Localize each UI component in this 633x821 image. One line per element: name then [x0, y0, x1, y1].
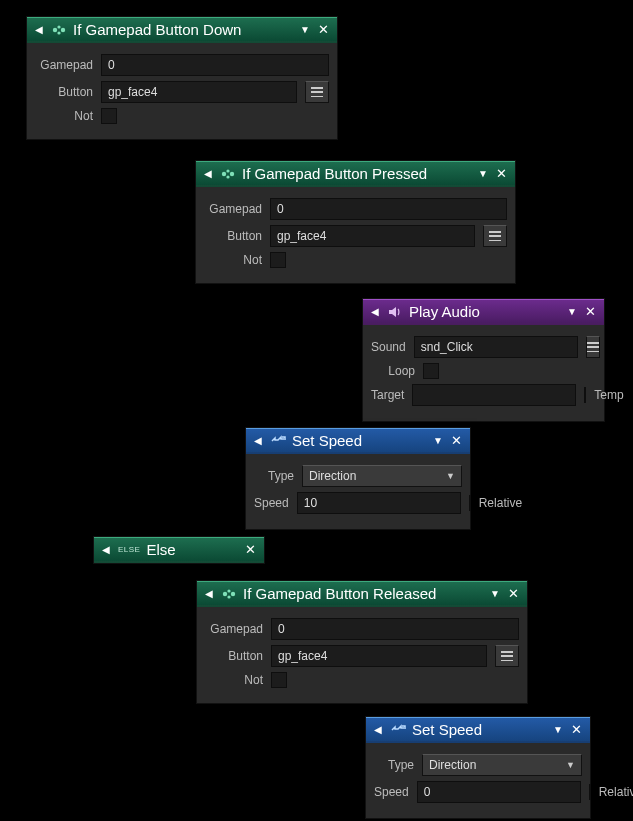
not-checkbox[interactable]: [101, 108, 117, 124]
node-title: If Gamepad Button Down: [73, 21, 294, 38]
speed-input[interactable]: [417, 781, 581, 803]
field-label-button: Button: [35, 85, 93, 99]
dropdown-icon[interactable]: ▼: [478, 168, 488, 179]
node-title: Else: [146, 541, 237, 558]
node-header[interactable]: ◀ If Gamepad Button Down ▼ ✕: [27, 17, 337, 43]
node-body: Type Direction ▼ Speed Relative: [366, 743, 590, 818]
collapse-toggle-icon[interactable]: ◀: [252, 435, 264, 446]
node-header[interactable]: ◀ Set Speed ▼ ✕: [366, 717, 590, 743]
dropdown-icon[interactable]: ▼: [553, 724, 563, 735]
field-label-button: Button: [204, 229, 262, 243]
svg-point-11: [227, 595, 230, 598]
list-picker-button[interactable]: [483, 225, 507, 247]
else-badge: ELSE: [118, 545, 140, 554]
close-icon[interactable]: ✕: [494, 166, 509, 181]
svg-point-10: [227, 589, 230, 592]
svg-point-5: [230, 171, 234, 175]
node-header[interactable]: ◀ ELSE Else ✕: [94, 537, 264, 563]
close-icon[interactable]: ✕: [449, 433, 464, 448]
field-label-not: Not: [204, 253, 262, 267]
close-icon[interactable]: ✕: [243, 542, 258, 557]
gamepad-input[interactable]: [101, 54, 329, 76]
svg-point-2: [57, 25, 60, 28]
node-set-speed-2: ◀ Set Speed ▼ ✕ Type Direction ▼ Speed R…: [365, 716, 591, 819]
list-picker-button[interactable]: [305, 81, 329, 103]
collapse-toggle-icon[interactable]: ◀: [202, 168, 214, 179]
collapse-toggle-icon[interactable]: ◀: [372, 724, 384, 735]
loop-checkbox[interactable]: [423, 363, 439, 379]
field-label-type: Type: [254, 469, 294, 483]
node-header[interactable]: ◀ Set Speed ▼ ✕: [246, 428, 470, 454]
node-body: Gamepad Button Not: [197, 607, 527, 703]
not-checkbox[interactable]: [271, 672, 287, 688]
speed-input[interactable]: [297, 492, 461, 514]
button-input[interactable]: [101, 81, 297, 103]
field-label-gamepad: Gamepad: [204, 202, 262, 216]
collapse-toggle-icon[interactable]: ◀: [33, 24, 45, 35]
collapse-toggle-icon[interactable]: ◀: [203, 588, 215, 599]
svg-point-1: [61, 27, 65, 31]
not-checkbox[interactable]: [270, 252, 286, 268]
button-input[interactable]: [270, 225, 475, 247]
field-label-gamepad: Gamepad: [205, 622, 263, 636]
type-select-value: Direction: [429, 758, 476, 772]
list-picker-button[interactable]: [495, 645, 519, 667]
gamepad-input[interactable]: [270, 198, 507, 220]
node-title: If Gamepad Button Released: [243, 585, 484, 602]
node-header[interactable]: ◀ If Gamepad Button Released ▼ ✕: [197, 581, 527, 607]
type-select[interactable]: Direction ▼: [422, 754, 582, 776]
gamepad-icon: [221, 586, 237, 602]
field-label-speed: Speed: [374, 785, 409, 799]
dropdown-icon[interactable]: ▼: [490, 588, 500, 599]
button-input[interactable]: [271, 645, 487, 667]
svg-point-0: [53, 27, 57, 31]
gamepad-input[interactable]: [271, 618, 519, 640]
node-body: Type Direction ▼ Speed Relative: [246, 454, 470, 529]
field-label-relative: Relative: [599, 785, 633, 799]
type-select[interactable]: Direction ▼: [302, 465, 462, 487]
type-select-value: Direction: [309, 469, 356, 483]
relative-checkbox[interactable]: [469, 495, 471, 511]
chevron-down-icon: ▼: [566, 760, 575, 770]
gamepad-icon: [51, 22, 67, 38]
close-icon[interactable]: ✕: [569, 722, 584, 737]
node-title: Set Speed: [292, 432, 427, 449]
node-play-audio: ◀ Play Audio ▼ ✕ Sound Loop Target Temp: [362, 298, 605, 422]
node-title: If Gamepad Button Pressed: [242, 165, 472, 182]
field-label-not: Not: [35, 109, 93, 123]
speed-icon: [390, 722, 406, 738]
node-set-speed-1: ◀ Set Speed ▼ ✕ Type Direction ▼ Speed R…: [245, 427, 471, 530]
list-picker-button[interactable]: [586, 336, 600, 358]
field-label-speed: Speed: [254, 496, 289, 510]
node-header[interactable]: ◀ If Gamepad Button Pressed ▼ ✕: [196, 161, 515, 187]
collapse-toggle-icon[interactable]: ◀: [369, 306, 381, 317]
chevron-down-icon: ▼: [446, 471, 455, 481]
node-if-gamepad-button-pressed: ◀ If Gamepad Button Pressed ▼ ✕ Gamepad …: [195, 160, 516, 284]
field-label-sound: Sound: [371, 340, 406, 354]
node-body: Sound Loop Target Temp: [363, 325, 604, 421]
close-icon[interactable]: ✕: [316, 22, 331, 37]
sound-input[interactable]: [414, 336, 578, 358]
node-title: Set Speed: [412, 721, 547, 738]
node-title: Play Audio: [409, 303, 561, 320]
dropdown-icon[interactable]: ▼: [433, 435, 443, 446]
dropdown-icon[interactable]: ▼: [567, 306, 577, 317]
target-input[interactable]: [412, 384, 576, 406]
relative-checkbox[interactable]: [589, 784, 591, 800]
gamepad-icon: [220, 166, 236, 182]
speed-icon: [270, 433, 286, 449]
dropdown-icon[interactable]: ▼: [300, 24, 310, 35]
field-label-relative: Relative: [479, 496, 522, 510]
svg-point-6: [226, 169, 229, 172]
node-body: Gamepad Button Not: [27, 43, 337, 139]
node-else: ◀ ELSE Else ✕: [93, 536, 265, 564]
close-icon[interactable]: ✕: [583, 304, 598, 319]
field-label-target: Target: [371, 388, 404, 402]
close-icon[interactable]: ✕: [506, 586, 521, 601]
node-header[interactable]: ◀ Play Audio ▼ ✕: [363, 299, 604, 325]
collapse-toggle-icon[interactable]: ◀: [100, 544, 112, 555]
field-label-gamepad: Gamepad: [35, 58, 93, 72]
field-label-type: Type: [374, 758, 414, 772]
field-label-temp: Temp: [594, 388, 623, 402]
temp-checkbox[interactable]: [584, 387, 586, 403]
